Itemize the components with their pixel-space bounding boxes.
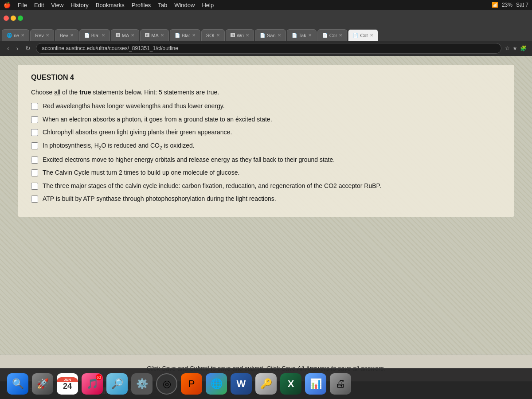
tab-label: San — [267, 33, 276, 38]
tab-label: Cot — [360, 33, 368, 38]
tab-close-icon[interactable]: ✕ — [192, 33, 196, 38]
battery-level: 23% — [502, 2, 512, 8]
menu-history[interactable]: History — [70, 2, 88, 8]
tab-close-icon[interactable]: ✕ — [131, 33, 134, 38]
tab-cor[interactable]: 📄 Cor ✕ — [317, 29, 348, 41]
dock-music[interactable]: 🎵 63 — [82, 373, 103, 395]
tab-close-icon[interactable]: ✕ — [370, 33, 373, 38]
tab-soi[interactable]: SOI ✕ — [201, 29, 225, 41]
menu-edit[interactable]: Edit — [34, 2, 44, 8]
tab-san[interactable]: 📄 San ✕ — [255, 29, 286, 41]
menu-tab[interactable]: Tab — [158, 2, 167, 8]
checkbox-4[interactable] — [31, 142, 38, 149]
question-instruction: Choose all of the true statements below.… — [31, 89, 501, 96]
music-badge: 63 — [96, 374, 102, 380]
dock-calendar[interactable]: JUN 24 — [57, 373, 78, 395]
tab-label: MA — [151, 33, 159, 38]
menu-profiles[interactable]: Profiles — [132, 2, 151, 8]
content-area: QUESTION 4 Choose all of the true statem… — [0, 56, 532, 355]
tab-close-icon[interactable]: ✕ — [46, 33, 49, 38]
system-icons: 📶 23% Sat 7 — [492, 2, 528, 8]
dock-launchpad[interactable]: 🚀 — [32, 373, 53, 395]
option-3: Chlorophyll absorbs green light giving p… — [31, 128, 501, 137]
forward-button[interactable]: › — [15, 44, 20, 53]
dock-finder[interactable]: 🔍 — [7, 373, 28, 395]
menu-bookmarks[interactable]: Bookmarks — [96, 2, 125, 8]
question-section: QUESTION 4 Choose all of the true statem… — [18, 65, 514, 217]
tab-label: Bla: — [182, 33, 190, 38]
address-bar: ‹ › ↻ ☆ ★ 🧩 — [0, 41, 532, 56]
option-4-label: In photosynthesis, H2O is reduced and CO… — [43, 141, 195, 151]
option-8-label: ATP is built by ATP synthase through pho… — [43, 195, 276, 203]
tab-close-icon[interactable]: ✕ — [246, 33, 249, 38]
menu-apple[interactable]: 🍎 — [4, 2, 11, 8]
tab-close-icon[interactable]: ✕ — [21, 33, 24, 38]
tab-favicon: 📄 — [353, 33, 358, 38]
menu-view[interactable]: View — [51, 2, 63, 8]
tab-label: Tak — [299, 33, 306, 38]
tab-favicon: 🅰 — [231, 33, 235, 38]
close-window-button[interactable] — [4, 16, 9, 21]
url-input[interactable] — [36, 43, 501, 54]
dock-keychain[interactable]: 🔑 — [255, 373, 277, 395]
option-7: The three major stages of the calvin cyc… — [31, 182, 501, 191]
star-icon[interactable]: ★ — [512, 45, 517, 51]
option-6: The Calvin Cycle must turn 2 times to bu… — [31, 168, 501, 177]
tab-cot-active[interactable]: 📄 Cot ✕ — [348, 29, 378, 41]
tab-close-icon[interactable]: ✕ — [278, 33, 281, 38]
tab-favicon: 📄 — [292, 33, 297, 38]
dock-excel[interactable]: X — [280, 373, 301, 395]
dock-circle[interactable]: ◎ — [156, 373, 177, 395]
tab-close-icon[interactable]: ✕ — [102, 33, 105, 38]
tab-ma1[interactable]: 🅰 MA ✕ — [111, 29, 140, 41]
dock: 🔍 🚀 JUN 24 🎵 63 🔎 ⚙️ ◎ P 🌐 W 🔑 X 📊 🖨 — [0, 368, 532, 399]
question-number: QUESTION 4 — [31, 74, 501, 82]
dock-spotlight[interactable]: 🔎 — [106, 373, 128, 395]
menu-file[interactable]: File — [18, 2, 27, 8]
tab-close-icon[interactable]: ✕ — [216, 33, 220, 38]
tab-favicon: 📄 — [322, 33, 328, 38]
option-5-label: Excited electrons move to higher energy … — [43, 156, 335, 164]
tab-label: ne — [14, 33, 19, 38]
fullscreen-button[interactable] — [18, 16, 23, 21]
menu-bar: 🍎 File Edit View History Bookmarks Profi… — [0, 0, 532, 10]
tab-tak[interactable]: 📄 Tak ✕ — [287, 29, 317, 41]
dock-word[interactable]: W — [231, 373, 252, 395]
checkbox-6[interactable] — [31, 169, 38, 176]
tab-close-icon[interactable]: ✕ — [160, 33, 164, 38]
dock-browser[interactable]: 🌐 — [206, 373, 227, 395]
extensions-icon[interactable]: 🧩 — [520, 45, 527, 51]
tab-close-icon[interactable]: ✕ — [339, 33, 342, 38]
tab-bla2[interactable]: 📄 Bla: ✕ — [170, 29, 200, 41]
clock: Sat 7 — [516, 2, 528, 8]
reload-button[interactable]: ↻ — [23, 44, 32, 53]
dock-powerpoint[interactable]: P — [181, 373, 202, 395]
menu-help[interactable]: Help — [202, 2, 214, 8]
dock-chart[interactable]: 📊 — [305, 373, 326, 395]
option-2-label: When an electron absorbs a photon, it go… — [43, 115, 272, 124]
minimize-window-button[interactable] — [11, 16, 16, 21]
checkbox-7[interactable] — [31, 183, 38, 190]
menu-window[interactable]: Window — [174, 2, 195, 8]
tab-ma2[interactable]: 🅰 MA ✕ — [140, 29, 169, 41]
browser-chrome — [0, 10, 532, 27]
tab-ne[interactable]: 🌐 ne ✕ — [2, 29, 29, 41]
dock-printer[interactable]: 🖨 — [330, 373, 351, 395]
tab-close-icon[interactable]: ✕ — [308, 33, 312, 38]
tab-close-icon[interactable]: ✕ — [70, 33, 74, 38]
checkbox-2[interactable] — [31, 116, 38, 123]
back-button[interactable]: ‹ — [5, 44, 11, 53]
option-1: Red wavelengths have longer wavelengths … — [31, 102, 501, 111]
tab-wri[interactable]: 🅰 Wri ✕ — [226, 29, 254, 41]
tab-bev[interactable]: Bev ✕ — [55, 29, 78, 41]
checkbox-3[interactable] — [31, 129, 38, 136]
bookmark-icon[interactable]: ☆ — [505, 45, 510, 51]
tab-label: MA — [122, 33, 129, 38]
tab-favicon: 📄 — [260, 33, 265, 38]
checkbox-1[interactable] — [31, 103, 38, 110]
tab-rev[interactable]: Rev ✕ — [30, 29, 54, 41]
tab-bla1[interactable]: 📄 Bla: ✕ — [79, 29, 110, 41]
checkbox-5[interactable] — [31, 156, 38, 164]
dock-settings[interactable]: ⚙️ — [131, 373, 153, 395]
checkbox-8[interactable] — [31, 196, 38, 203]
